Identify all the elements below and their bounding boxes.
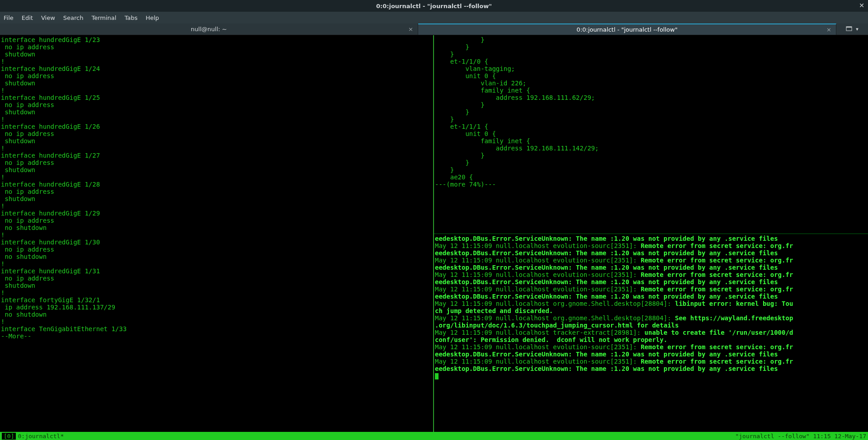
left-pane-output: interface hundredGigE 1/23 no ip address… bbox=[0, 35, 433, 341]
new-tab-icon[interactable] bbox=[846, 25, 852, 33]
menu-file[interactable]: File bbox=[4, 14, 14, 21]
terminal-area: interface hundredGigE 1/23 no ip address… bbox=[0, 35, 868, 432]
menu-edit[interactable]: Edit bbox=[22, 14, 33, 21]
right-bottom-pane[interactable]: eedesktop.DBus.Error.ServiceUnknown: The… bbox=[434, 234, 868, 432]
tabstrip: null@null: ~ × 0:0:journalctl - "journal… bbox=[0, 23, 868, 35]
menu-help[interactable]: Help bbox=[146, 14, 159, 21]
right-top-pane[interactable]: } } } et-1/1/0 { vlan-tagging; unit 0 { … bbox=[434, 35, 868, 234]
tab-shell[interactable]: null@null: ~ × bbox=[0, 23, 418, 35]
tmux-status-left: [0]0:journalctl* bbox=[2, 433, 64, 440]
menubar: File Edit View Search Terminal Tabs Help bbox=[0, 12, 868, 23]
svg-rect-1 bbox=[846, 27, 852, 28]
tmux-statusbar: [0]0:journalctl* "journalctl --follow" 1… bbox=[0, 432, 868, 440]
tmux-status-right: "journalctl --follow" 11:15 12-May-17 bbox=[735, 433, 866, 440]
menu-terminal[interactable]: Terminal bbox=[91, 14, 116, 21]
tab-label: 0:0:journalctl - "journalctl --follow" bbox=[576, 26, 677, 33]
close-icon[interactable]: ✕ bbox=[859, 2, 864, 9]
cursor bbox=[435, 373, 439, 379]
menu-tabs[interactable]: Tabs bbox=[124, 14, 137, 21]
left-pane[interactable]: interface hundredGigE 1/23 no ip address… bbox=[0, 35, 434, 432]
titlebar[interactable]: 0:0:journalctl - "journalctl --follow" ✕ bbox=[0, 0, 868, 12]
tab-journalctl[interactable]: 0:0:journalctl - "journalctl --follow" × bbox=[418, 23, 836, 35]
tmux-session: [0] bbox=[2, 433, 16, 440]
tab-menu-caret-icon[interactable]: ▾ bbox=[856, 26, 859, 32]
tab-label: null@null: ~ bbox=[191, 26, 227, 33]
right-top-output: } } } et-1/1/0 { vlan-tagging; unit 0 { … bbox=[434, 35, 868, 189]
terminal-window: 0:0:journalctl - "journalctl --follow" ✕… bbox=[0, 0, 868, 440]
tab-extras: ▾ bbox=[836, 23, 868, 35]
menu-view[interactable]: View bbox=[41, 14, 55, 21]
window-title: 0:0:journalctl - "journalctl --follow" bbox=[376, 3, 492, 9]
tab-close-icon[interactable]: × bbox=[408, 26, 413, 33]
tab-close-icon[interactable]: × bbox=[826, 26, 831, 33]
right-bottom-output: eedesktop.DBus.Error.ServiceUnknown: The… bbox=[434, 234, 868, 380]
right-pane: } } } et-1/1/0 { vlan-tagging; unit 0 { … bbox=[434, 35, 868, 432]
tmux-window: 0:journalctl* bbox=[18, 433, 64, 440]
menu-search[interactable]: Search bbox=[63, 14, 84, 21]
